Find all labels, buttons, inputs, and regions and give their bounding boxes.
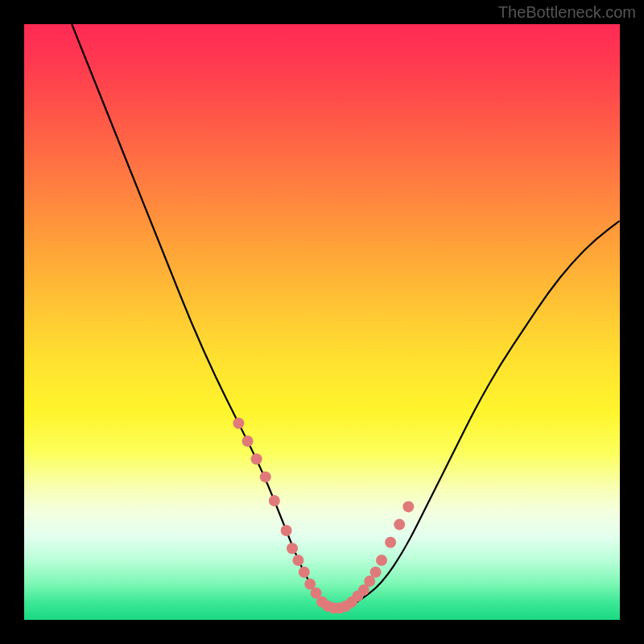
marker-dot [376,555,387,566]
marker-dot [370,567,382,578]
curve-path-group [72,24,620,608]
marker-dot [269,495,280,506]
marker-dot [299,567,310,578]
marker-dot [281,525,292,536]
marker-dot [251,453,262,464]
marker-dot [242,436,254,447]
bottleneck-curve-line [72,24,620,608]
marker-dot [292,555,303,566]
marker-dots-group [233,418,414,613]
marker-dot [287,543,298,554]
marker-dot [233,418,244,429]
chart-frame: TheBottleneck.com [0,0,644,644]
marker-dot [385,537,396,548]
bottleneck-curve-svg [24,24,620,620]
watermark-text: TheBottleneck.com [498,3,636,22]
plot-area [24,24,620,620]
marker-dot [402,501,414,512]
marker-dot [394,519,405,530]
marker-dot [260,471,271,482]
